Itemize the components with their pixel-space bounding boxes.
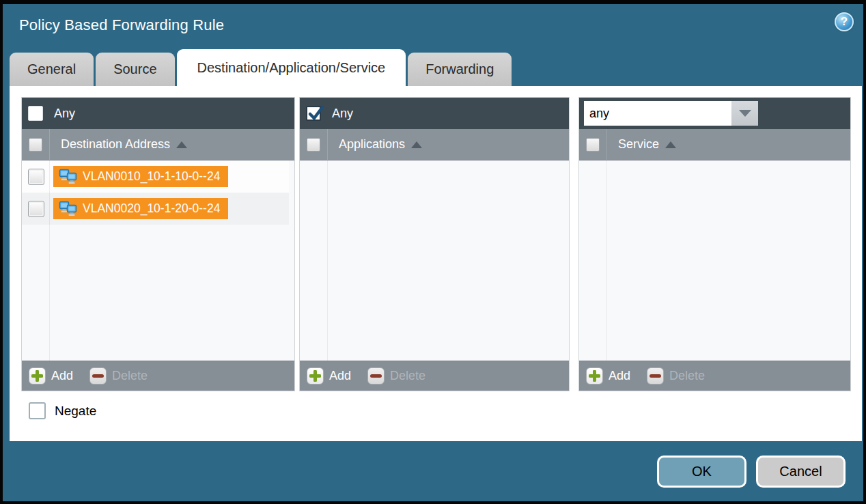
dialog-titlebar: Policy Based Forwarding Rule ?	[3, 4, 863, 46]
destination-address-panel: Any Destination Address	[21, 97, 295, 391]
tab-source-label: Source	[113, 61, 156, 77]
policy-based-forwarding-rule-dialog: Policy Based Forwarding Rule ? General S…	[0, 0, 866, 504]
cancel-button[interactable]: Cancel	[756, 456, 846, 488]
destination-select-all-cell	[22, 129, 50, 160]
applications-column-sort[interactable]: Applications	[339, 137, 422, 152]
service-list	[579, 160, 850, 361]
tab-destination-application-service-label: Destination/Application/Service	[197, 60, 386, 76]
applications-select-all-cell	[300, 129, 328, 160]
sort-ascending-icon	[665, 141, 676, 148]
tab-general-label: General	[27, 61, 76, 77]
destination-column-header: Destination Address	[22, 129, 294, 160]
add-icon	[307, 367, 324, 384]
applications-select-all-checkbox[interactable]	[307, 138, 320, 152]
row-checkbox[interactable]	[28, 201, 44, 217]
service-select-all-cell	[579, 129, 607, 160]
delete-button[interactable]: Delete	[367, 367, 425, 384]
applications-any-row: Any	[300, 98, 569, 129]
service-dropdown-row: any	[579, 98, 850, 129]
service-select-all-checkbox[interactable]	[586, 138, 600, 152]
tab-bar: General Source Destination/Application/S…	[10, 49, 514, 86]
add-button[interactable]: Add	[307, 367, 351, 384]
network-address-icon	[59, 169, 77, 184]
address-object-label: VLAN0020_10-1-20-0--24	[83, 201, 220, 216]
destination-column-label: Destination Address	[61, 137, 170, 152]
help-icon-glyph: ?	[841, 15, 848, 29]
delete-icon	[89, 367, 107, 384]
applications-panel: Any Applications	[299, 97, 570, 391]
destination-any-checkbox[interactable]	[28, 106, 43, 121]
sort-ascending-icon	[411, 141, 422, 148]
service-column-sort[interactable]: Service	[618, 137, 676, 152]
negate-checkbox[interactable]	[29, 402, 46, 419]
delete-icon	[647, 367, 664, 384]
negate-row: Negate	[29, 402, 96, 419]
negate-label: Negate	[55, 404, 96, 419]
add-button[interactable]: Add	[29, 367, 73, 384]
service-toolbar: Add Delete	[579, 361, 850, 391]
panel-row: Any Destination Address	[10, 97, 862, 391]
column-separator	[49, 160, 50, 361]
address-object-label: VLAN0010_10-1-10-0--24	[83, 169, 220, 184]
service-panel: any Service	[578, 97, 851, 391]
dialog-title: Policy Based Forwarding Rule	[19, 16, 224, 34]
tab-source[interactable]: Source	[96, 53, 174, 86]
delete-button[interactable]: Delete	[89, 367, 148, 384]
tab-forwarding[interactable]: Forwarding	[408, 53, 512, 86]
checkmark-icon	[307, 104, 325, 122]
add-icon	[586, 367, 603, 384]
delete-button[interactable]: Delete	[647, 367, 705, 384]
column-separator	[606, 160, 607, 361]
add-button-label: Add	[609, 369, 630, 383]
applications-list	[300, 160, 569, 361]
delete-button-label: Delete	[390, 369, 425, 383]
tab-general[interactable]: General	[10, 53, 94, 86]
delete-button-label: Delete	[112, 369, 148, 383]
destination-list: VLAN0010_10-1-10-0--24	[22, 160, 294, 361]
add-button-label: Add	[329, 369, 351, 383]
service-dropdown-value[interactable]: any	[584, 101, 731, 126]
tab-content-area: Any Destination Address	[10, 86, 862, 441]
network-address-icon	[59, 201, 77, 216]
service-dropdown-button[interactable]	[731, 101, 758, 126]
table-row[interactable]: VLAN0020_10-1-20-0--24	[22, 193, 289, 225]
tab-forwarding-label: Forwarding	[425, 61, 494, 77]
sort-ascending-icon	[176, 141, 187, 148]
applications-any-label: Any	[332, 107, 353, 121]
service-column-label: Service	[618, 137, 659, 152]
row-checkbox[interactable]	[28, 169, 44, 185]
delete-button-label: Delete	[669, 369, 705, 383]
delete-icon	[367, 367, 385, 384]
destination-any-row: Any	[22, 98, 294, 129]
tab-destination-application-service[interactable]: Destination/Application/Service	[177, 49, 406, 86]
add-button[interactable]: Add	[586, 367, 630, 384]
address-object-chip[interactable]: VLAN0010_10-1-10-0--24	[53, 166, 228, 187]
help-icon[interactable]: ?	[835, 12, 854, 31]
address-object-chip[interactable]: VLAN0020_10-1-20-0--24	[53, 198, 228, 219]
destination-column-sort[interactable]: Destination Address	[61, 137, 187, 152]
dialog-footer: OK Cancel	[3, 441, 863, 501]
ok-button[interactable]: OK	[657, 456, 746, 488]
applications-column-label: Applications	[339, 137, 405, 152]
service-column-header: Service	[579, 129, 850, 160]
destination-any-label: Any	[54, 107, 75, 121]
add-button-label: Add	[51, 369, 73, 383]
chevron-down-icon	[739, 110, 751, 117]
applications-column-header: Applications	[300, 129, 569, 160]
add-icon	[29, 367, 46, 384]
column-separator	[327, 160, 328, 361]
service-dropdown[interactable]: any	[584, 101, 758, 126]
applications-toolbar: Add Delete	[300, 361, 569, 391]
table-row[interactable]: VLAN0010_10-1-10-0--24	[22, 160, 289, 193]
destination-select-all-checkbox[interactable]	[29, 138, 42, 152]
applications-any-checkbox[interactable]	[306, 106, 321, 121]
destination-toolbar: Add Delete	[22, 361, 294, 391]
